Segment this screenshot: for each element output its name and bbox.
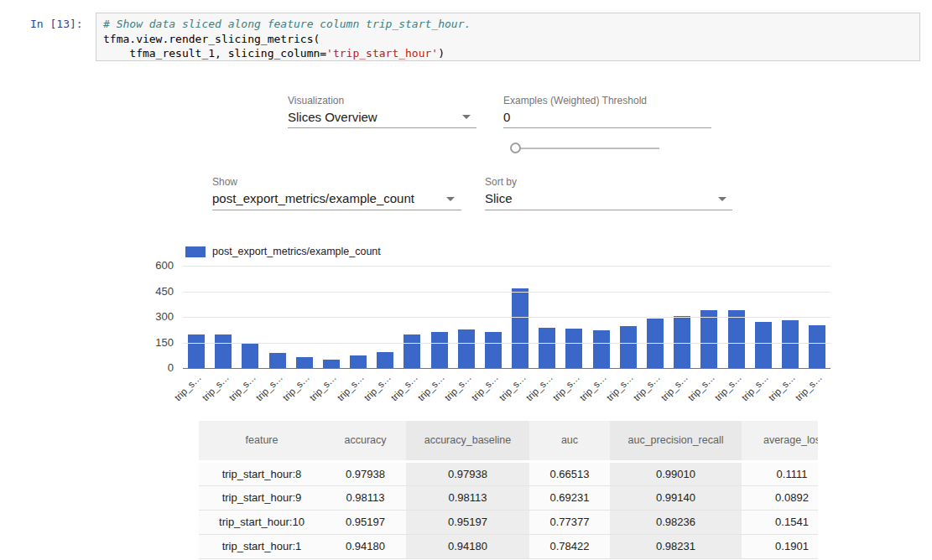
bar [377,352,393,368]
table-cell: 0.99010 [610,461,742,485]
chevron-down-icon[interactable] [446,197,455,201]
column-header[interactable]: feature [199,421,325,461]
table-row[interactable]: trip_start_hour:100.951970.951970.773770… [199,510,818,534]
show-dropdown[interactable]: post_export_metrics/example_count [212,191,461,210]
sort-by-dropdown[interactable]: Slice [485,191,732,210]
bar [782,320,799,368]
bar [539,328,555,368]
bar [485,332,502,368]
show-underline [212,210,461,210]
visualization-dropdown[interactable]: Slices Overview [288,110,476,128]
y-axis-label: 150 [137,336,174,349]
chevron-down-icon[interactable] [718,197,726,201]
bar [323,360,340,368]
table-header-row: featureaccuracyaccuracy_baselineaucauc_p… [199,421,818,461]
sort-by-label: Sort by [485,176,517,188]
bar [242,343,258,369]
threshold-input[interactable]: 0 [503,110,711,124]
slider-knob[interactable] [510,143,521,153]
table-cell: 0.95197 [406,510,529,534]
bar [215,334,232,368]
table-cell: 0.97938 [406,461,529,485]
table-cell: 0.1111 [742,461,818,485]
table-cell: 0.98113 [406,485,529,510]
bar [512,288,528,368]
bar [809,325,825,368]
show-label: Show [212,176,237,188]
table-cell: 0.1541 [742,510,818,534]
bar [565,329,582,368]
table-cell: trip_start_hour:1 [199,534,325,558]
metrics-table: featureaccuracyaccuracy_baselineaucauc_p… [199,421,818,560]
threshold-label: Examples (Weighted) Threshold [503,95,647,106]
table-cell: 0.78422 [529,534,610,558]
column-header[interactable]: accuracy_baseline [406,421,529,461]
bar [431,332,448,368]
bar [647,319,664,368]
visualization-value: Slices Overview [288,110,377,124]
table-cell: 0.99140 [610,485,742,510]
threshold-underline [503,127,711,128]
table-cell: 0.97938 [325,461,406,485]
table-cell: 0.77377 [529,510,610,534]
visualization-label: Visualization [288,95,344,106]
sort-by-value: Slice [485,191,513,205]
show-value: post_export_metrics/example_count [212,191,414,205]
bar [700,310,717,368]
gridline [183,343,830,344]
bar [458,329,475,368]
bar [728,310,745,368]
table-cell: 0.95197 [325,510,406,534]
column-header[interactable]: accuracy [325,421,406,461]
code-cell[interactable]: # Show data sliced along feature column … [96,13,920,61]
table-cell: trip_start_hour:9 [199,485,325,510]
threshold-slider[interactable] [517,148,659,149]
table-cell: 0.94180 [325,534,406,558]
bar [755,322,772,368]
bar [620,326,637,368]
metrics-table-grid: featureaccuracyaccuracy_baselineaucauc_p… [199,421,818,559]
table-cell: 0.98236 [610,510,742,534]
column-header[interactable]: average_los [742,421,818,461]
table-cell: 0.69231 [529,485,610,510]
x-axis-labels: trip_s…trip_s…trip_s…trip_s…trip_s…trip_… [183,370,830,405]
bar [269,353,286,368]
bar [404,334,420,368]
chevron-down-icon[interactable] [462,115,471,119]
sort-by-underline [485,210,732,210]
y-axis-label: 300 [137,310,174,323]
cell-prompt: In [13]: [30,18,83,30]
legend-swatch [185,246,206,257]
table-row[interactable]: trip_start_hour:80.979380.979380.665130.… [199,461,818,485]
table-cell: 0.98231 [610,534,742,558]
code-line-2: tfma.view.render_slicing_metrics( [103,32,913,47]
table-row[interactable]: trip_start_hour:10.941800.941800.784220.… [199,534,818,558]
table-row[interactable]: trip_start_hour:90.981130.981130.692310.… [199,485,818,510]
y-axis-label: 450 [137,285,174,298]
table-cell: 0.98113 [325,485,406,510]
table-cell: trip_start_hour:10 [199,510,325,534]
code-line-3: tfma_result_1, slicing_column='trip_star… [103,46,913,61]
column-header[interactable]: auc [529,421,610,461]
gridline [183,317,830,318]
table-cell: trip_start_hour:8 [199,461,325,485]
bar [593,330,610,368]
y-axis-label: 600 [137,259,174,272]
table-cell: 0.1901 [742,534,818,558]
table-cell: 0.0892 [742,485,818,510]
legend-label: post_export_metrics/example_count [212,246,381,257]
bar [188,334,205,368]
chart-legend: post_export_metrics/example_count [185,246,381,257]
bar-chart-plot: 6004503001500 [183,266,830,369]
visualization-underline [288,127,476,128]
code-comment: # Show data sliced along feature column … [103,17,913,32]
gridline [183,266,830,267]
y-axis-label: 0 [137,361,174,374]
x-axis-label: trip_s… [173,372,204,403]
column-header[interactable]: auc_precision_recall [610,421,742,461]
bar [350,355,367,368]
bar [296,357,313,368]
gridline [183,292,830,293]
x-axis-slot: trip_s… [804,370,830,405]
table-cell: 0.66513 [529,461,610,485]
